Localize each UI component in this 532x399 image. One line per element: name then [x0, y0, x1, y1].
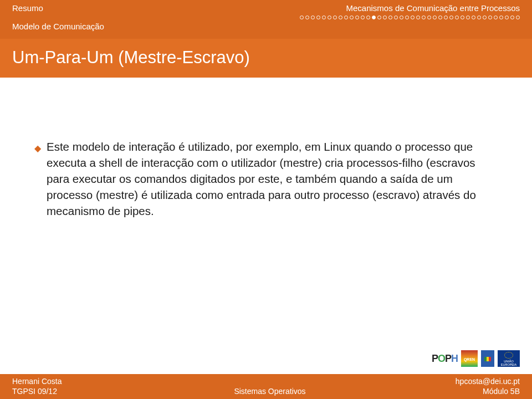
progress-dot[interactable]	[405, 16, 409, 19]
footer-author: Hernani Costa	[12, 377, 62, 386]
progress-dot[interactable]	[400, 16, 403, 19]
progress-dot[interactable]	[350, 16, 354, 19]
progress-dot[interactable]	[383, 16, 387, 19]
nav-row: Resumo Mecanismos de Comunicação entre P…	[0, 3, 532, 13]
footer-center: Sistemas Operativos	[234, 387, 305, 396]
progress-dot[interactable]	[361, 16, 365, 19]
slide-header: Resumo Mecanismos de Comunicação entre P…	[0, 0, 532, 39]
progress-dot[interactable]	[494, 16, 498, 19]
bullet-icon: ◆	[34, 142, 41, 155]
progress-dot[interactable]	[499, 16, 503, 19]
slide-title: Um-Para-Um (Mestre-Escravo)	[0, 39, 532, 78]
progress-dot[interactable]	[505, 16, 509, 19]
progress-dot[interactable]	[355, 16, 359, 19]
progress-dot[interactable]	[366, 16, 370, 19]
progress-dot[interactable]	[472, 16, 475, 19]
progress-dot[interactable]	[455, 16, 459, 19]
progress-dot[interactable]	[422, 16, 426, 19]
progress-dot[interactable]	[322, 16, 326, 19]
progress-dot[interactable]	[510, 16, 514, 19]
progress-dot[interactable]	[300, 16, 304, 19]
progress-dot[interactable]	[438, 16, 442, 19]
progress-dot[interactable]	[444, 16, 448, 19]
progress-dot[interactable]	[427, 16, 431, 19]
progress-dot[interactable]	[411, 16, 415, 19]
progress-dot[interactable]	[433, 16, 437, 19]
slide-body: ◆ Este modelo de interação é utilizado, …	[0, 78, 532, 219]
progress-dot[interactable]	[483, 16, 487, 19]
progress-dot[interactable]	[311, 16, 315, 19]
progress-dot[interactable]	[316, 16, 320, 19]
progress-dot[interactable]	[477, 16, 481, 19]
footer-email: hpcosta@dei.uc.pt	[456, 377, 520, 386]
logo-gov	[481, 350, 494, 367]
progress-dot[interactable]	[461, 16, 464, 19]
footer-module: Módulo 5B	[483, 387, 520, 396]
logo-eu: UNIÃO EUROPEIA	[498, 350, 520, 367]
progress-indicator	[0, 13, 532, 19]
progress-dot[interactable]	[333, 16, 337, 19]
bullet-item: ◆ Este modelo de interação é utilizado, …	[34, 139, 498, 219]
nav-subsection: Modelo de Comunicação	[0, 19, 532, 31]
progress-dot[interactable]	[344, 16, 348, 19]
progress-dot[interactable]	[388, 16, 392, 19]
progress-dot[interactable]	[305, 16, 309, 19]
nav-section-left[interactable]: Resumo	[12, 3, 43, 13]
progress-dot[interactable]	[488, 16, 492, 19]
slide-footer: Hernani Costa hpcosta@dei.uc.pt TGPSI 09…	[0, 374, 532, 399]
progress-dot[interactable]	[339, 16, 342, 19]
progress-dot[interactable]	[377, 16, 381, 19]
nav-section-right[interactable]: Mecanismos de Comunicação entre Processo…	[346, 3, 520, 13]
progress-dot[interactable]	[449, 16, 453, 19]
progress-dot[interactable]	[466, 16, 470, 19]
progress-dot[interactable]	[328, 16, 331, 19]
logo-poph: POPH	[432, 350, 458, 367]
progress-dot[interactable]	[416, 16, 420, 19]
progress-dot[interactable]	[516, 16, 520, 19]
progress-dot[interactable]	[372, 16, 376, 19]
footer-course: TGPSI 09/12	[12, 387, 57, 396]
logo-qren: QREN	[461, 350, 478, 367]
sponsor-logos: POPH QREN UNIÃO EUROPEIA	[432, 350, 520, 367]
progress-dot[interactable]	[394, 16, 398, 19]
bullet-text: Este modelo de interação é utilizado, po…	[47, 139, 498, 219]
